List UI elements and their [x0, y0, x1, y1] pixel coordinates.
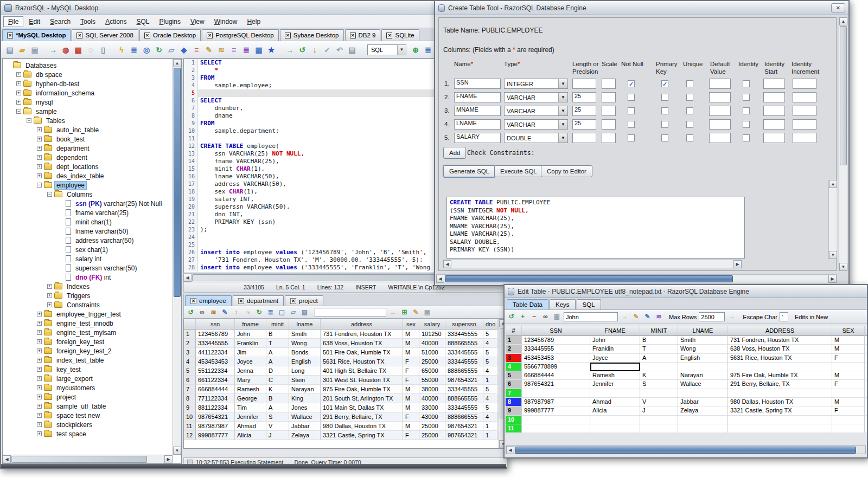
close-tab-icon[interactable]: ✕ — [386, 33, 392, 38]
tree-item-department[interactable]: +department — [3, 144, 173, 153]
scale-field[interactable] — [602, 92, 616, 102]
copy-to-editor-button[interactable]: Copy to Editor — [541, 165, 592, 177]
identity-checkbox[interactable] — [743, 121, 750, 128]
column-name-field[interactable]: SSN — [454, 79, 501, 89]
open-folder-icon[interactable]: ▰ — [17, 44, 28, 55]
cell[interactable] — [832, 389, 865, 398]
new-file-icon[interactable]: ▤ — [4, 44, 15, 55]
expand-icon[interactable]: + — [47, 302, 52, 307]
menu-help[interactable]: Help — [242, 17, 265, 27]
edit-column-header-partial[interactable] — [865, 326, 867, 336]
tree-item-engine_test_myisam[interactable]: +engine_test_myisam — [3, 328, 173, 337]
tree-item-fname-varchar-25-[interactable]: fname varchar(25) — [3, 208, 173, 217]
go-icon[interactable]: → — [284, 44, 295, 55]
column-type-select[interactable]: INTEGER▼ — [504, 79, 568, 89]
table-row[interactable]: 8987987987AhmadVJabbar980 Dallas, Housto… — [506, 398, 867, 406]
tree-item-indexes[interactable]: +Indexes — [3, 282, 173, 291]
window-icon[interactable]: ▢ — [277, 308, 286, 317]
identity-checkbox[interactable] — [743, 134, 750, 141]
cell[interactable] — [832, 416, 865, 424]
table-row[interactable]: 12999887777AliciaJZelaya3321 Castle, Spr… — [184, 431, 507, 440]
expand-icon[interactable]: + — [37, 339, 42, 344]
expand-icon[interactable]: + — [37, 164, 42, 169]
cell[interactable]: Smith — [678, 336, 728, 345]
menu-tools[interactable]: Tools — [76, 17, 100, 27]
cell[interactable]: F — [832, 354, 865, 363]
unique-checkbox[interactable] — [686, 94, 693, 101]
cycle-icon[interactable]: ↺ — [297, 44, 308, 55]
table-row[interactable]: 45566778899 — [506, 363, 867, 371]
table-row[interactable]: 9999887777AliciaJZelaya3321 Castle, Spri… — [506, 406, 867, 415]
tree-item-db-space[interactable]: +db space — [3, 70, 173, 79]
expand-icon[interactable]: + — [37, 413, 42, 418]
expand-icon[interactable]: + — [37, 358, 42, 363]
cell[interactable]: A — [640, 354, 678, 363]
save-icon[interactable]: ▣ — [423, 308, 432, 317]
table-row[interactable]: 3453453453JoyceAEnglish5631 Rice, Housto… — [506, 354, 867, 363]
go-icon[interactable]: → — [388, 308, 398, 317]
menu-edit[interactable]: Edit — [24, 17, 44, 27]
cell[interactable]: 987654321 — [522, 380, 590, 389]
search-icon[interactable]: ∞ — [541, 312, 550, 321]
menu-actions[interactable]: Actions — [101, 17, 131, 27]
connection-tab-sybase-desktop[interactable]: ✕Sybase Desktop — [280, 29, 344, 41]
cell[interactable]: T — [640, 345, 678, 353]
expand-icon[interactable]: + — [37, 431, 42, 436]
edit-column-header-LNAME[interactable]: LNAME — [678, 326, 728, 336]
scale-field[interactable] — [602, 79, 616, 89]
table-row[interactable]: 10987654321JenniferSWallace291 Berry, Be… — [184, 412, 507, 422]
tree-item-stockpickers[interactable]: +stockpickers — [3, 420, 173, 429]
tree-item-mysql[interactable]: +mysql — [3, 98, 173, 107]
edit-table-grid[interactable]: #SSNFNAMEMINITLNAMEADDRESSSEX1123456789J… — [506, 326, 867, 432]
menu-search[interactable]: Search — [46, 17, 75, 27]
tree-item-superssn-varchar-50-[interactable]: superssn varchar(50) — [3, 263, 173, 273]
cell[interactable]: 291 Berry, Bellaire, TX — [728, 380, 832, 389]
close-tab-icon[interactable]: ✕ — [290, 298, 296, 304]
close-tab-icon[interactable]: ✕ — [285, 33, 291, 38]
results-column-header-minit[interactable]: minit — [266, 319, 289, 330]
list-icon[interactable]: ≣ — [266, 308, 275, 317]
cell[interactable]: 5631 Rice, Houston TX — [728, 354, 832, 363]
tree-item-large_export[interactable]: +large_export — [3, 374, 173, 383]
table-row[interactable]: 5666884444RameshKNarayan975 Fire Oak, Hu… — [506, 371, 867, 380]
cell[interactable] — [640, 363, 678, 371]
tree-item-databases[interactable]: Databases — [3, 61, 173, 70]
results-tab-employee[interactable]: ✕employee — [185, 295, 232, 306]
cell[interactable] — [832, 424, 865, 432]
close-tab-icon[interactable]: ✕ — [190, 298, 196, 304]
tree-item-address-varchar-50-[interactable]: address varchar(50) — [3, 236, 173, 245]
tab-table-data[interactable]: Table Data — [507, 299, 548, 309]
cell[interactable] — [678, 363, 728, 371]
close-connections-icon[interactable]: ▦ — [73, 44, 84, 55]
results-column-header-sex[interactable]: sex — [403, 319, 419, 330]
save-icon[interactable]: ▣ — [552, 312, 561, 321]
collapse-icon[interactable]: − — [37, 183, 42, 188]
identity-start-field[interactable] — [763, 92, 785, 102]
cell[interactable]: 638 Voss, Houston TX — [728, 345, 832, 353]
tree-item-hyphen-db-test[interactable]: +hyphen-db-test — [3, 79, 173, 88]
close-tab-icon[interactable]: ✕ — [7, 33, 13, 38]
connect-icon[interactable]: → — [48, 44, 59, 55]
edit-column-header-SEX[interactable]: SEX — [832, 326, 865, 336]
describe-icon[interactable]: ≣ — [129, 44, 139, 55]
column-name-field[interactable]: SALARY — [454, 133, 501, 143]
unique-checkbox[interactable] — [686, 134, 693, 141]
primary-key-checkbox[interactable] — [661, 94, 668, 101]
not-null-checkbox[interactable]: ✓ — [628, 80, 635, 87]
chevron-down-icon[interactable]: ▼ — [558, 93, 567, 102]
column-name-field[interactable]: MNAME — [454, 106, 501, 116]
cell[interactable]: 999887777 — [522, 406, 590, 415]
table-row[interactable]: 4453453453JoyceAEnglish5631 Rice, Housto… — [184, 357, 507, 366]
tree-item-space-test-new[interactable]: +space test new — [3, 411, 173, 420]
doc-icon[interactable]: ▤ — [347, 44, 358, 55]
cell[interactable]: F — [832, 406, 865, 415]
tree-item-engine_test_innodb[interactable]: +engine_test_innodb — [3, 319, 173, 328]
cell[interactable]: English — [678, 354, 728, 363]
money-refresh-icon[interactable]: ↻ — [254, 308, 264, 317]
cell[interactable]: F — [832, 380, 865, 389]
edit-column-header-#[interactable]: # — [506, 326, 522, 336]
copy-icon[interactable]: ▱ — [289, 308, 298, 317]
identity-increment-field[interactable] — [793, 106, 816, 116]
connection-tab-oracle-desktop[interactable]: ✕Oracle Desktop — [139, 29, 201, 41]
tree-item-dependent[interactable]: +dependent — [3, 153, 173, 162]
